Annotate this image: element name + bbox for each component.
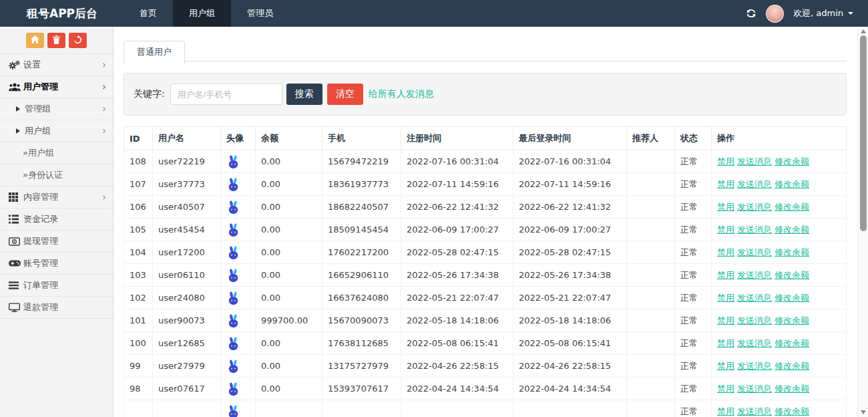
- cell-registered: 2022-05-21 22:07:47: [401, 287, 513, 309]
- sidebar-item-label: 资金记录: [23, 213, 58, 225]
- cell-actions: 禁用发送消息修改余额: [712, 264, 847, 287]
- sidebar-home-button[interactable]: [26, 33, 44, 48]
- sidebar-item-fund-records[interactable]: 资金记录: [0, 208, 113, 231]
- nav-tab-home[interactable]: 首页: [124, 0, 173, 27]
- send-message-link[interactable]: 发送消息: [737, 406, 772, 416]
- search-button[interactable]: 搜索: [286, 84, 322, 105]
- disable-link[interactable]: 禁用: [717, 361, 734, 371]
- modify-balance-link[interactable]: 修改余额: [775, 156, 809, 166]
- send-message-link[interactable]: 发送消息: [737, 225, 772, 235]
- send-message-link[interactable]: 发送消息: [737, 270, 772, 280]
- welcome-dropdown[interactable]: 欢迎, admin: [793, 7, 853, 19]
- cell-username: [153, 400, 221, 417]
- user-avatar[interactable]: [766, 5, 784, 23]
- sidebar-item-content-management[interactable]: 内容管理›: [0, 186, 113, 208]
- disable-link[interactable]: 禁用: [717, 202, 734, 212]
- disable-link[interactable]: 禁用: [717, 406, 734, 416]
- disable-link[interactable]: 禁用: [717, 225, 734, 235]
- sidebar-item-user-group[interactable]: 用户组›: [0, 120, 113, 142]
- table-row: 98user076170.00153937076172022-04-24 14:…: [124, 378, 847, 400]
- sidebar-item-admin-group[interactable]: 管理组›: [0, 98, 113, 120]
- send-message-link[interactable]: 发送消息: [737, 202, 772, 212]
- modify-balance-link[interactable]: 修改余额: [775, 179, 809, 189]
- disable-link[interactable]: 禁用: [717, 338, 734, 348]
- users-icon: [9, 82, 23, 92]
- cell-status: 正常: [675, 150, 712, 173]
- cell-username: user37773: [153, 173, 221, 196]
- disable-link[interactable]: 禁用: [717, 156, 734, 166]
- col-header-0: ID: [124, 127, 153, 150]
- col-header-8: 状态: [675, 127, 712, 150]
- disable-link[interactable]: 禁用: [717, 384, 734, 394]
- disable-link[interactable]: 禁用: [717, 315, 734, 325]
- sidebar-item-refund-management[interactable]: 退款管理: [0, 297, 113, 319]
- sidebar-trash-button[interactable]: [47, 33, 65, 48]
- cell-id: 99: [124, 355, 153, 378]
- bars-icon: [9, 281, 23, 289]
- scrollbar-thumb[interactable]: [860, 35, 867, 231]
- send-message-link[interactable]: 发送消息: [737, 361, 772, 371]
- send-message-link[interactable]: 发送消息: [737, 293, 772, 303]
- disable-link[interactable]: 禁用: [717, 270, 734, 280]
- sidebar-item-account-management[interactable]: 账号管理: [0, 253, 113, 275]
- table-row: 108user722190.00156794722192022-07-16 00…: [124, 150, 847, 173]
- cell-phone: 15679472219: [322, 150, 401, 173]
- modify-balance-link[interactable]: 修改余额: [775, 247, 809, 257]
- cell-status: 正常: [675, 287, 712, 309]
- cell-actions: 禁用发送消息修改余额: [712, 196, 847, 219]
- cell-last-login: 2022-05-21 22:07:47: [513, 287, 627, 309]
- sidebar-recycle-button[interactable]: [69, 33, 87, 48]
- sidebar-item-user-management[interactable]: 用户管理›: [0, 76, 113, 98]
- modify-balance-link[interactable]: 修改余额: [775, 338, 809, 348]
- search-input[interactable]: [170, 84, 282, 105]
- modify-balance-link[interactable]: 修改余额: [775, 270, 809, 280]
- send-message-link[interactable]: 发送消息: [737, 338, 772, 348]
- modify-balance-link[interactable]: 修改余额: [775, 202, 809, 212]
- modify-balance-link[interactable]: 修改余额: [775, 293, 809, 303]
- sidebar-item-identity-auth[interactable]: »身份认证: [0, 164, 113, 186]
- cell-username: user72219: [153, 150, 221, 173]
- money-icon: [9, 237, 23, 246]
- table-row: 107user377730.00183619377732022-07-11 14…: [124, 173, 847, 196]
- cell-balance: 0.00: [256, 196, 322, 219]
- modify-balance-link[interactable]: 修改余额: [775, 315, 809, 325]
- cell-avatar: [221, 150, 256, 173]
- table-row: 正常禁用发送消息修改余额: [124, 400, 847, 417]
- disable-link[interactable]: 禁用: [717, 247, 734, 257]
- home-icon: [31, 35, 39, 45]
- app-title: 租号APP后台: [0, 0, 124, 27]
- tab-normal-users[interactable]: 普通用户: [124, 41, 185, 64]
- col-header-6: 最后登录时间: [513, 127, 627, 150]
- scroll-up-icon[interactable]: [861, 29, 866, 33]
- sidebar-item-order-management[interactable]: 订单管理: [0, 275, 113, 297]
- cell-referrer: [627, 196, 675, 219]
- send-message-link[interactable]: 发送消息: [737, 315, 772, 325]
- modify-balance-link[interactable]: 修改余额: [775, 384, 809, 394]
- clear-button[interactable]: 清空: [327, 84, 363, 105]
- sidebar-item-user-group-sub[interactable]: »用户组: [0, 142, 113, 164]
- disable-link[interactable]: 禁用: [717, 179, 734, 189]
- send-message-link[interactable]: 发送消息: [737, 179, 772, 189]
- disable-link[interactable]: 禁用: [717, 293, 734, 303]
- send-message-link[interactable]: 发送消息: [737, 384, 772, 394]
- nav-tab-admin[interactable]: 管理员: [231, 0, 289, 27]
- cell-id: 104: [124, 241, 153, 264]
- sidebar-item-withdraw-management[interactable]: 提现管理: [0, 231, 113, 253]
- caret-icon: [16, 106, 25, 112]
- send-message-link[interactable]: 发送消息: [737, 156, 772, 166]
- broadcast-message-link[interactable]: 给所有人发消息: [369, 88, 434, 100]
- cell-last-login: 2022-05-26 17:34:38: [513, 264, 627, 287]
- nav-tab-user-group[interactable]: 用户组: [173, 0, 231, 27]
- cell-balance: [256, 400, 322, 417]
- cell-last-login: 2022-07-16 00:31:04: [513, 150, 627, 173]
- modify-balance-link[interactable]: 修改余额: [775, 361, 809, 371]
- modify-balance-link[interactable]: 修改余额: [775, 406, 809, 416]
- cell-id: 102: [124, 287, 153, 309]
- cell-phone: 18361937773: [322, 173, 401, 196]
- send-message-link[interactable]: 发送消息: [737, 247, 772, 257]
- sidebar-item-settings[interactable]: 设置›: [0, 54, 113, 76]
- modify-balance-link[interactable]: 修改余额: [775, 225, 809, 235]
- scroll-down-icon[interactable]: [861, 410, 866, 414]
- cell-actions: 禁用发送消息修改余额: [712, 241, 847, 264]
- refresh-icon[interactable]: [746, 9, 756, 18]
